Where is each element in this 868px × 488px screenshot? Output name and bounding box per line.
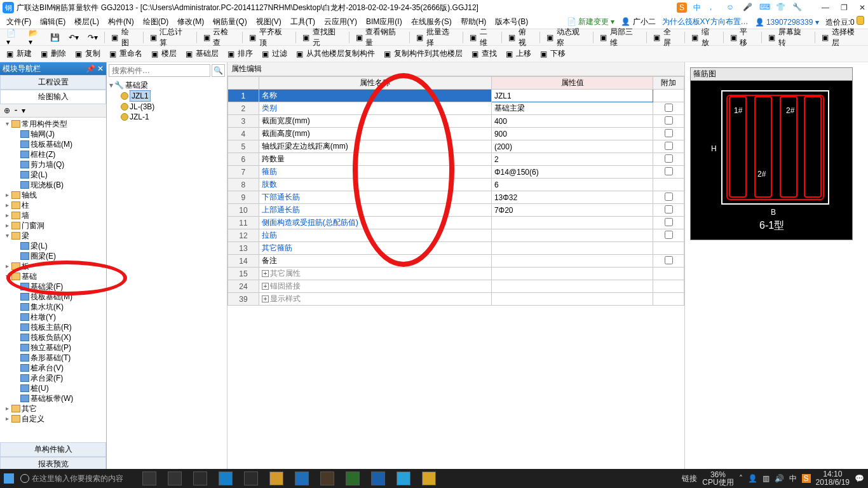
drawing-area[interactable]: 箍筋图 1# 2# 2# H B 6-1型: [685, 62, 868, 471]
toolbar-button[interactable]: ▣查看钢筋量: [353, 26, 406, 49]
tab-draw-input[interactable]: 绘图输入: [0, 90, 106, 104]
toolbar-button[interactable]: ▣批量选择: [414, 26, 459, 49]
attach-checkbox[interactable]: [665, 116, 673, 125]
app-icon-6[interactable]: [397, 471, 410, 485]
tree-node[interactable]: ▾基础: [3, 271, 106, 281]
component-item[interactable]: JZL1: [109, 90, 224, 102]
tree-leaf[interactable]: 筏板基础(M): [3, 292, 106, 302]
toolbar-button[interactable]: ▣绘图: [109, 26, 139, 49]
tree-node[interactable]: ▸轴线: [3, 190, 106, 200]
comp-toolbar-button[interactable]: ▣基础层: [183, 48, 221, 60]
property-row[interactable]: 2类别基础主梁: [228, 102, 684, 115]
toolbar-button[interactable]: ▣俯视: [506, 26, 536, 49]
property-row[interactable]: 5轴线距梁左边线距离(mm)(200): [228, 140, 684, 153]
taskbar-search[interactable]: 在这里输入你要搜索的内容: [20, 473, 123, 484]
property-row[interactable]: 12拉筋: [228, 229, 684, 242]
tree-leaf[interactable]: 梁(L): [3, 170, 106, 180]
edge-icon[interactable]: [219, 471, 233, 485]
property-row[interactable]: 4截面高度(mm)900: [228, 128, 684, 140]
property-row[interactable]: 24+锚固搭接: [228, 280, 684, 293]
comp-toolbar-button[interactable]: ▣新建: [4, 48, 34, 60]
app-icon-3[interactable]: [320, 471, 334, 485]
phone-label[interactable]: 👤 13907298339 ▾: [755, 18, 819, 27]
menu-item[interactable]: 编辑(E): [37, 15, 68, 29]
tb-undo[interactable]: ↶▾: [66, 32, 81, 43]
menu-item[interactable]: 文件(F): [4, 15, 34, 29]
tree-leaf[interactable]: 独立基础(P): [3, 342, 106, 353]
tb-redo[interactable]: ↷▾: [85, 32, 100, 43]
tree-leaf[interactable]: 集水坑(K): [3, 302, 106, 312]
toolbar-button[interactable]: ▣屏幕旋转: [766, 26, 811, 49]
tray-up-icon[interactable]: ˄: [739, 474, 743, 483]
search-input[interactable]: [109, 64, 210, 77]
tree-leaf[interactable]: 筏板基础(M): [3, 139, 106, 149]
tb-save[interactable]: 💾: [48, 32, 62, 43]
toolbar-button[interactable]: ▣平移: [728, 26, 757, 49]
tree-node[interactable]: ▸板: [3, 261, 106, 271]
mid-tree-root[interactable]: ▾ 🔧 基础梁: [109, 80, 224, 90]
nav-tool-1[interactable]: ⊕: [4, 106, 10, 115]
maximize-button[interactable]: ❐: [841, 3, 848, 12]
toolbar-button[interactable]: ▣查找图元: [300, 26, 345, 49]
tree-leaf[interactable]: 承台梁(F): [3, 373, 106, 383]
tray-ime-icon[interactable]: 中: [789, 473, 797, 484]
property-row[interactable]: 1名称JZL1: [228, 90, 684, 102]
attach-checkbox[interactable]: [665, 193, 673, 201]
tree-leaf[interactable]: 柱墩(Y): [3, 312, 106, 322]
tree-node[interactable]: ▸其它: [3, 403, 106, 414]
tab-single-component[interactable]: 单构件输入: [0, 442, 106, 457]
attach-checkbox[interactable]: [665, 205, 673, 214]
tree-leaf[interactable]: 条形基础(T): [3, 353, 106, 363]
property-row[interactable]: 8肢数6: [228, 179, 684, 191]
comp-toolbar-button[interactable]: ▣过滤: [259, 48, 290, 60]
tree-node[interactable]: ▸自定义: [3, 414, 106, 424]
notification-icon[interactable]: 💬: [855, 474, 864, 483]
app-icon-7[interactable]: [422, 471, 436, 485]
tree-node[interactable]: ▸墙: [3, 210, 106, 220]
attach-checkbox[interactable]: [665, 167, 673, 175]
tree-leaf[interactable]: 轴网(J): [3, 129, 106, 139]
menu-item[interactable]: 楼层(L): [72, 15, 102, 29]
comp-toolbar-button[interactable]: ▣复制: [72, 48, 103, 60]
property-row[interactable]: 39+显示样式: [228, 293, 684, 306]
tray-link[interactable]: 链接: [682, 473, 697, 484]
tree-node[interactable]: ▾梁: [3, 231, 106, 241]
toolbar-button[interactable]: ▣局部三维: [597, 26, 642, 49]
component-item[interactable]: JZL-1: [109, 112, 224, 122]
task-view-icon[interactable]: [142, 471, 156, 485]
comp-toolbar-button[interactable]: ▣下移: [538, 48, 568, 60]
toolbar-button[interactable]: ▣动态观察: [544, 26, 589, 49]
nav-tool-2[interactable]: ⁃: [14, 106, 18, 115]
attach-checkbox[interactable]: [665, 218, 673, 226]
start-button[interactable]: [4, 473, 14, 484]
attach-checkbox[interactable]: [665, 142, 673, 150]
app-icon-4[interactable]: [346, 471, 360, 485]
attach-checkbox[interactable]: [665, 129, 673, 137]
attach-checkbox[interactable]: [665, 256, 673, 264]
comp-toolbar-button[interactable]: ▣删除: [38, 48, 69, 60]
property-row[interactable]: 7箍筋Φ14@150(6): [228, 166, 684, 179]
attach-checkbox[interactable]: [665, 154, 673, 163]
attach-checkbox[interactable]: [665, 231, 673, 239]
close-button[interactable]: ✕: [859, 3, 865, 12]
comp-toolbar-button[interactable]: ▣楼层: [149, 48, 179, 60]
toolbar-button[interactable]: ▣选择楼层: [819, 26, 864, 49]
tree-leaf[interactable]: 剪力墙(Q): [3, 159, 106, 170]
tree-leaf[interactable]: 桩(U): [3, 383, 106, 393]
comp-toolbar-button[interactable]: ▣从其他楼层复制构件: [294, 48, 377, 60]
search-button[interactable]: 🔍: [212, 64, 225, 77]
component-item[interactable]: JL-(3B): [109, 102, 224, 112]
tree-leaf[interactable]: 筏板主筋(R): [3, 322, 106, 332]
tray-sogou-icon[interactable]: S: [802, 474, 811, 483]
tree-leaf[interactable]: 基础板带(W): [3, 393, 106, 403]
tree-node[interactable]: ▸门窗洞: [3, 220, 106, 231]
toolbar-button[interactable]: ▣云检查: [201, 26, 238, 49]
property-row[interactable]: 9下部通长筋13Φ32: [228, 191, 684, 204]
property-row[interactable]: 6跨数量2: [228, 153, 684, 166]
tree-leaf[interactable]: 基础梁(F): [3, 281, 106, 292]
clock[interactable]: 14:102018/6/19: [816, 470, 850, 487]
ie-icon[interactable]: [295, 471, 309, 485]
tree-leaf[interactable]: 圈梁(E): [3, 251, 106, 261]
tree-leaf[interactable]: 现浇板(B): [3, 180, 106, 190]
property-row[interactable]: 15+其它属性: [228, 268, 684, 280]
